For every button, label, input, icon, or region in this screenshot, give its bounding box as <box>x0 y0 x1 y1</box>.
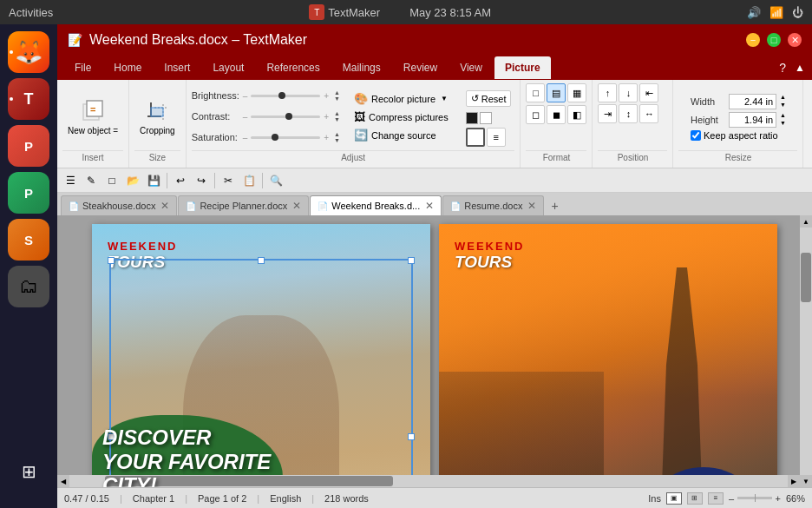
height-input[interactable] <box>729 112 776 128</box>
close-button[interactable]: ✕ <box>788 33 802 47</box>
brightness-slider[interactable] <box>251 95 320 97</box>
toolbar-btn-7[interactable]: 📋 <box>239 171 259 190</box>
change-source-button[interactable]: 🔄 Change source <box>349 127 454 143</box>
scroll-left[interactable]: ◀ <box>57 475 69 487</box>
scroll-up[interactable]: ▲ <box>800 215 812 228</box>
status-right: Ins ▣ ⊞ ≡ – + 66% <box>648 492 805 505</box>
pos-btn-1[interactable]: ↑ <box>598 83 617 102</box>
ribbon-collapse-button[interactable]: ▲ <box>795 62 805 74</box>
power-icon[interactable]: ⏻ <box>792 6 803 19</box>
recolor-dropdown-icon[interactable]: ▼ <box>441 95 448 102</box>
height-down[interactable]: ▼ <box>780 120 786 127</box>
toolbar-btn-3[interactable]: □ <box>102 171 121 190</box>
taskbar-firefox[interactable]: 🦊 <box>8 31 49 73</box>
taskbar-files[interactable]: 🗂 <box>8 266 49 307</box>
toolbar-redo[interactable]: ↪ <box>192 171 211 190</box>
tab-file[interactable]: File <box>64 56 102 79</box>
tab-review[interactable]: Review <box>393 56 448 79</box>
pos-btn-6[interactable]: ↔ <box>639 104 658 123</box>
tab-picture[interactable]: Picture <box>494 56 551 79</box>
tab-steakhouse[interactable]: 📄 Steakhouse.docx ✕ <box>61 195 177 215</box>
toolbar-btn-5[interactable]: 💾 <box>144 171 163 190</box>
ribbon-group-position: ↑ ↓ ⇤ ⇥ ↕ ↔ Position <box>593 80 673 168</box>
height-up[interactable]: ▲ <box>780 112 786 119</box>
tab-layout[interactable]: Layout <box>202 56 254 79</box>
volume-icon[interactable]: 🔊 <box>747 6 761 19</box>
tab-recipe-close[interactable]: ✕ <box>292 200 301 212</box>
position-group-label: Position <box>598 150 667 164</box>
view-btn-normal[interactable]: ▣ <box>666 492 682 505</box>
line-style-1[interactable] <box>466 128 485 147</box>
toolbar-btn-6[interactable]: ✂ <box>219 171 238 190</box>
line-style-2[interactable]: ≡ <box>487 128 506 147</box>
keep-aspect-label: Keep aspect ratio <box>704 130 778 141</box>
scroll-track[interactable] <box>800 228 812 475</box>
pos-btn-4[interactable]: ⇥ <box>598 104 617 123</box>
toolbar-btn-4[interactable]: 📂 <box>123 171 142 190</box>
view-btn-outline[interactable]: ≡ <box>708 492 724 505</box>
taskbar-grid[interactable]: ⊞ <box>8 451 49 492</box>
saturation-up[interactable]: ▲ <box>334 131 340 137</box>
taskbar-planmaker[interactable]: P <box>8 172 49 214</box>
brightness-down[interactable]: ▼ <box>334 96 340 102</box>
minimize-button[interactable]: − <box>746 33 760 47</box>
recolor-button[interactable]: 🎨 Recolor picture ▼ <box>349 90 454 107</box>
width-input[interactable] <box>729 94 776 109</box>
tab-view[interactable]: View <box>449 56 493 79</box>
tab-steakhouse-close[interactable]: ✕ <box>160 200 169 212</box>
scroll-right[interactable]: ▶ <box>788 475 800 487</box>
zoom-minus[interactable]: – <box>729 493 734 504</box>
tab-weekend-close[interactable]: ✕ <box>425 200 434 212</box>
cropping-button[interactable]: Cropping <box>134 95 180 140</box>
tab-weekend[interactable]: 📄 Weekend Breaks.d... ✕ <box>310 195 442 215</box>
keep-aspect-checkbox[interactable] <box>691 130 701 141</box>
brightness-up[interactable]: ▲ <box>334 89 340 96</box>
format-shadow-2[interactable]: ◼ <box>547 105 566 124</box>
format-btn-3[interactable]: ▦ <box>567 83 586 102</box>
contrast-up[interactable]: ▲ <box>334 110 340 116</box>
maximize-button[interactable]: □ <box>767 33 781 47</box>
view-btn-web[interactable]: ⊞ <box>687 492 703 505</box>
saturation-down[interactable]: ▼ <box>334 137 340 143</box>
tab-references[interactable]: References <box>256 56 330 79</box>
tab-mailings[interactable]: Mailings <box>332 56 391 79</box>
pos-btn-5[interactable]: ↕ <box>619 104 638 123</box>
width-down[interactable]: ▼ <box>780 102 786 109</box>
tab-recipe[interactable]: 📄 Recipe Planner.docx ✕ <box>178 195 309 215</box>
swatch-black[interactable] <box>466 112 478 124</box>
saturation-slider[interactable] <box>251 136 320 139</box>
tab-insert[interactable]: Insert <box>154 56 200 79</box>
pos-btn-2[interactable]: ↓ <box>619 83 638 102</box>
format-shadow-3[interactable]: ◧ <box>567 105 586 124</box>
help-button[interactable]: ? <box>779 61 786 75</box>
pos-btn-3[interactable]: ⇤ <box>639 83 658 102</box>
paris-people <box>439 372 604 487</box>
taskbar-slides[interactable]: S <box>8 219 49 261</box>
taskbar-textmaker[interactable]: T <box>8 78 49 120</box>
tab-resume-close[interactable]: ✕ <box>527 200 536 212</box>
new-object-button[interactable]: = New object = <box>62 95 123 140</box>
tab-add-button[interactable]: + <box>545 196 564 215</box>
toolbar-btn-2[interactable]: ✎ <box>82 171 101 190</box>
activities-label[interactable]: Activities <box>9 6 53 19</box>
toolbar-zoom-out[interactable]: 🔍 <box>266 171 285 190</box>
contrast-slider[interactable] <box>251 115 320 118</box>
toolbar-undo[interactable]: ↩ <box>171 171 190 190</box>
taskbar-presenter[interactable]: P <box>8 125 49 167</box>
swatch-white[interactable] <box>480 112 492 124</box>
format-btn-2[interactable]: ▤ <box>547 83 566 102</box>
format-shadow-1[interactable]: ◻ <box>526 105 545 124</box>
network-icon[interactable]: 📶 <box>769 6 783 19</box>
tab-resume[interactable]: 📄 Resume.docx ✕ <box>442 195 544 215</box>
toolbar-btn-1[interactable]: ☰ <box>61 171 80 190</box>
format-btn-1[interactable]: □ <box>526 83 545 102</box>
width-up[interactable]: ▲ <box>780 94 786 101</box>
tab-home[interactable]: Home <box>103 56 152 79</box>
reset-button[interactable]: ↺ Reset <box>466 90 512 107</box>
scroll-thumb[interactable] <box>801 253 811 302</box>
scroll-down[interactable]: ▼ <box>800 475 812 487</box>
compress-button[interactable]: 🖼 Compress pictures <box>349 109 454 125</box>
zoom-plus[interactable]: + <box>776 493 781 504</box>
contrast-down[interactable]: ▼ <box>334 116 340 122</box>
zoom-slider[interactable] <box>737 497 771 499</box>
